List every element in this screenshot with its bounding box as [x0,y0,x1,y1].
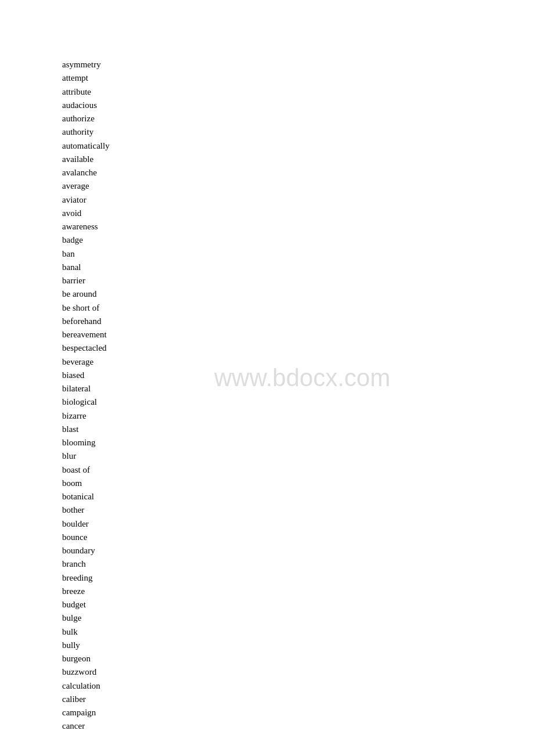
list-item: campaign [62,706,110,719]
list-item: bereavement [62,328,110,341]
list-item: attempt [62,71,110,85]
list-item: audacious [62,99,110,112]
list-item: bizarre [62,409,110,423]
list-item: authority [62,125,110,139]
list-item: bounce [62,531,110,544]
list-item: biased [62,369,110,382]
list-item: boundary [62,544,110,557]
list-item: authorize [62,112,110,125]
list-item: badge [62,233,110,247]
list-item: attribute [62,85,110,99]
list-item: branch [62,557,110,571]
list-item: bother [62,503,110,517]
list-item: blooming [62,436,110,449]
list-item: boast of [62,463,110,477]
list-item: boulder [62,517,110,531]
list-item: aviator [62,193,110,207]
list-item: blast [62,423,110,436]
list-item: boom [62,477,110,490]
list-item: asymmetry [62,58,110,71]
list-item: be around [62,287,110,301]
list-item: bulge [62,611,110,625]
list-item: bilateral [62,382,110,395]
list-item: buzzword [62,665,110,679]
list-item: bully [62,639,110,652]
list-item: budget [62,598,110,611]
list-item: biological [62,395,110,409]
list-item: bespectacled [62,341,110,355]
list-item: breeding [62,571,110,585]
list-item: avoid [62,207,110,220]
list-item: average [62,179,110,193]
list-item: bulk [62,625,110,639]
list-item: avalanche [62,166,110,179]
list-item: blur [62,449,110,463]
list-item: awareness [62,220,110,233]
word-list: asymmetryattemptattributeaudaciousauthor… [62,58,110,733]
list-item: available [62,153,110,166]
list-item: calculation [62,679,110,693]
list-item: botanical [62,490,110,503]
list-item: cancer [62,719,110,733]
list-item: barrier [62,274,110,287]
list-item: ban [62,247,110,261]
list-item: banal [62,261,110,274]
list-item: automatically [62,139,110,153]
list-item: caliber [62,693,110,706]
list-item: burgeon [62,652,110,665]
list-item: breeze [62,585,110,598]
list-item: beforehand [62,315,110,328]
list-item: beverage [62,355,110,369]
watermark: www.bdocx.com [214,364,390,392]
list-item: be short of [62,301,110,315]
